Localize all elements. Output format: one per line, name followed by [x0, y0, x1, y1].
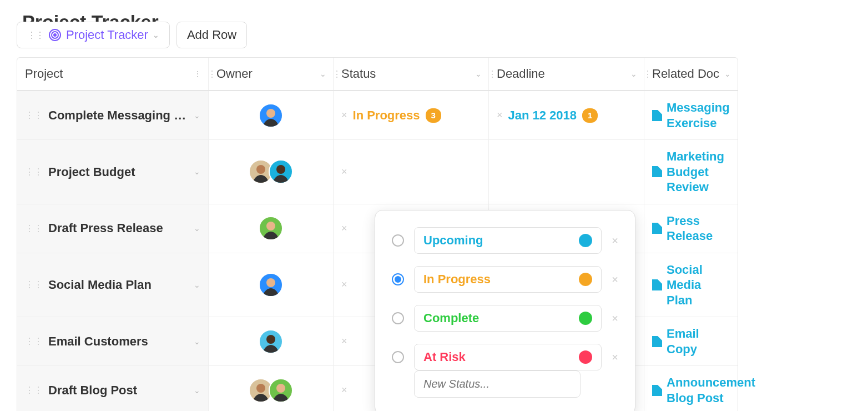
svg-point-6 [266, 222, 275, 230]
clear-icon[interactable]: × [497, 109, 503, 121]
comment-badge[interactable]: 3 [426, 108, 441, 123]
status-pill[interactable]: At Risk [414, 344, 602, 370]
column-menu-icon[interactable]: ⋮ [194, 69, 201, 78]
chevron-down-icon[interactable]: ⌄ [724, 69, 731, 78]
chevron-down-icon[interactable]: ⌄ [194, 167, 200, 176]
status-option-label: In Progress [423, 272, 491, 287]
status-cell[interactable]: × [334, 140, 489, 204]
clear-icon[interactable]: × [341, 223, 347, 234]
project-cell[interactable]: ⋮⋮ Social Media Plan ⌄ [17, 253, 209, 317]
row-drag-icon[interactable]: ⋮⋮ [25, 279, 43, 290]
comment-badge[interactable]: 1 [582, 108, 598, 123]
column-header-status[interactable]: ⋮ Status ⌄ [334, 58, 489, 90]
doc-link[interactable]: Social Media Plan [652, 262, 730, 308]
row-drag-icon[interactable]: ⋮⋮ [25, 336, 43, 347]
project-name: Draft Press Release [48, 220, 188, 236]
deadline-cell[interactable] [489, 140, 644, 204]
chevron-down-icon[interactable]: ⌄ [194, 337, 200, 346]
chevron-down-icon[interactable]: ⌄ [630, 69, 637, 78]
status-dropdown: Upcoming × In Progress × Complete × At R… [375, 210, 635, 411]
clear-icon[interactable]: × [341, 279, 347, 290]
doc-link[interactable]: Messaging Exercise [652, 100, 730, 131]
owner-cell[interactable] [209, 317, 334, 365]
table-row: ⋮⋮ Complete Messaging … ⌄ × In Progress … [17, 91, 738, 140]
related-doc-cell[interactable]: Marketing Budget Review [644, 140, 738, 204]
drag-handle-icon: ⋮⋮ [27, 30, 44, 41]
status-cell[interactable]: × In Progress 3 [334, 91, 489, 139]
deadline-cell[interactable]: × Jan 12 2018 1 [489, 91, 644, 139]
owner-cell[interactable] [209, 204, 334, 253]
related-doc-cell[interactable]: Press Release [644, 204, 738, 253]
radio-icon[interactable] [392, 312, 404, 324]
chevron-down-icon[interactable]: ⌄ [194, 224, 200, 233]
status-option[interactable]: In Progress × [392, 266, 618, 293]
status-pill[interactable]: In Progress [414, 266, 602, 293]
column-header-owner[interactable]: ⋮ Owner ⌄ [209, 58, 334, 90]
status-color-dot [579, 312, 592, 325]
related-doc-cell[interactable]: Social Media Plan [644, 253, 738, 317]
related-doc-cell[interactable]: Email Copy [644, 317, 738, 365]
radio-icon[interactable] [392, 351, 404, 363]
radio-icon[interactable] [392, 273, 404, 285]
svg-point-10 [276, 384, 285, 393]
svg-point-8 [266, 335, 275, 344]
row-drag-icon[interactable]: ⋮⋮ [25, 385, 43, 395]
status-option[interactable]: At Risk × [392, 344, 618, 370]
column-header-deadline[interactable]: ⋮ Deadline ⌄ [489, 58, 644, 90]
project-tracker-button[interactable]: ⋮⋮ Project Tracker ⌄ [17, 22, 170, 48]
project-cell[interactable]: ⋮⋮ Draft Blog Post ⌄ [17, 366, 209, 411]
status-option-label: At Risk [423, 350, 466, 364]
related-doc-cell[interactable]: Announcement Blog Post [644, 366, 763, 411]
status-option[interactable]: Upcoming × [392, 227, 618, 254]
status-pill[interactable]: Upcoming [414, 227, 602, 254]
clear-icon[interactable]: × [341, 384, 347, 396]
new-status-input[interactable] [414, 370, 581, 398]
column-drag-icon[interactable]: ⋮ [643, 69, 652, 79]
related-doc-cell[interactable]: Messaging Exercise [644, 91, 738, 139]
owner-cell[interactable] [209, 91, 334, 139]
project-cell[interactable]: ⋮⋮ Draft Press Release ⌄ [17, 204, 209, 253]
chevron-down-icon[interactable]: ⌄ [475, 69, 482, 78]
remove-option-icon[interactable]: × [612, 351, 618, 364]
row-drag-icon[interactable]: ⋮⋮ [25, 223, 43, 234]
clear-icon[interactable]: × [341, 109, 347, 121]
clear-icon[interactable]: × [341, 166, 347, 178]
column-drag-icon[interactable]: ⋮ [488, 69, 497, 79]
row-drag-icon[interactable]: ⋮⋮ [25, 167, 43, 177]
status-option[interactable]: Complete × [392, 305, 618, 332]
doc-link[interactable]: Announcement Blog Post [652, 375, 755, 405]
svg-point-4 [256, 165, 265, 174]
radio-icon[interactable] [392, 234, 404, 247]
column-drag-icon[interactable]: ⋮ [332, 69, 341, 79]
remove-option-icon[interactable]: × [612, 234, 618, 247]
document-icon [652, 336, 662, 347]
owner-cell[interactable] [209, 366, 334, 411]
project-cell[interactable]: ⋮⋮ Complete Messaging … ⌄ [17, 91, 209, 139]
deadline-label: Jan 12 2018 [508, 108, 577, 123]
project-cell[interactable]: ⋮⋮ Project Budget ⌄ [17, 140, 209, 204]
avatar [269, 378, 293, 403]
project-cell[interactable]: ⋮⋮ Email Customers ⌄ [17, 317, 209, 365]
chevron-down-icon[interactable]: ⌄ [194, 280, 200, 289]
add-row-button[interactable]: Add Row [176, 22, 247, 48]
clear-icon[interactable]: × [341, 335, 347, 347]
doc-link[interactable]: Press Release [652, 213, 730, 244]
row-drag-icon[interactable]: ⋮⋮ [25, 110, 43, 121]
owner-cell[interactable] [209, 140, 334, 204]
doc-link[interactable]: Marketing Budget Review [652, 149, 730, 195]
svg-point-3 [266, 109, 275, 118]
toolbar: ⋮⋮ Project Tracker ⌄ Add Row [17, 22, 851, 48]
owner-cell[interactable] [209, 253, 334, 317]
status-pill[interactable]: Complete [414, 305, 602, 332]
avatar [259, 216, 283, 240]
chevron-down-icon[interactable]: ⌄ [194, 111, 200, 120]
remove-option-icon[interactable]: × [612, 312, 618, 325]
doc-link[interactable]: Email Copy [652, 326, 730, 357]
remove-option-icon[interactable]: × [612, 273, 618, 286]
chevron-down-icon[interactable]: ⌄ [320, 69, 326, 78]
project-name: Complete Messaging … [48, 108, 188, 123]
column-header-project[interactable]: Project ⋮ [17, 58, 209, 90]
chevron-down-icon[interactable]: ⌄ [194, 386, 200, 395]
column-drag-icon[interactable]: ⋮ [208, 69, 216, 79]
column-header-related-doc[interactable]: ⋮ Related Doc ⌄ [644, 58, 738, 90]
